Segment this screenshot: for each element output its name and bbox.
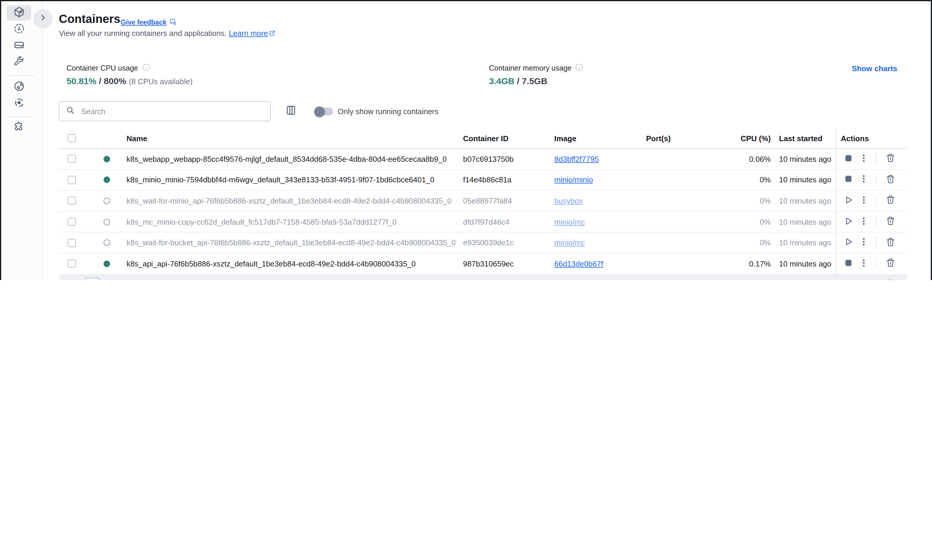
image-link[interactable]: busybox xyxy=(554,197,583,205)
toggle-knob xyxy=(314,106,325,117)
container-name: k8s_minio_minio-7594dbbf4d-m6wgv_default… xyxy=(126,175,435,185)
delete-button[interactable] xyxy=(883,151,898,167)
learn-more-link[interactable]: Learn more xyxy=(229,29,268,38)
status-stopped-icon xyxy=(103,239,110,246)
search-icon xyxy=(66,106,75,117)
table-row[interactable]: projet_mlops---50.65%2 hours ago xyxy=(59,274,907,280)
column-header-image[interactable]: Image xyxy=(554,134,646,143)
more-actions-button[interactable] xyxy=(856,214,871,229)
sidebar-item-images[interactable] xyxy=(6,22,31,37)
actions-divider xyxy=(876,258,877,270)
column-header-container-id[interactable]: Container ID xyxy=(463,134,554,143)
sidebar-item-builds[interactable] xyxy=(6,55,31,70)
trash-icon xyxy=(885,153,895,165)
cpu-usage-label: Container CPU usage xyxy=(66,63,150,74)
container-name: k8s_wait-for-minio_api-76f6b5b886-xsztz_… xyxy=(126,197,451,205)
more-actions-button[interactable] xyxy=(856,235,871,250)
container-name: k8s_mc_minio-copy-cc62d_default_fc517db7… xyxy=(126,217,397,226)
more-actions-button[interactable] xyxy=(856,277,871,280)
stop-icon xyxy=(844,279,853,280)
delete-button[interactable] xyxy=(883,277,898,280)
feedback-bubble-icon xyxy=(169,18,177,26)
more-actions-button[interactable] xyxy=(856,172,871,188)
sidebar-item-containers[interactable] xyxy=(6,5,31,21)
image-link[interactable]: 8d3bff2f7795 xyxy=(554,155,599,163)
stop-button[interactable] xyxy=(841,151,856,167)
kebab-icon xyxy=(859,195,869,206)
sidebar-item-extensions[interactable] xyxy=(6,121,31,136)
sidebar-item-docker-hub[interactable] xyxy=(6,79,31,95)
delete-button[interactable] xyxy=(883,256,898,271)
image-link[interactable]: 66d13de0b67f xyxy=(554,259,603,268)
info-icon[interactable] xyxy=(141,63,150,74)
delete-button[interactable] xyxy=(883,193,898,209)
search-input[interactable] xyxy=(80,106,264,116)
kebab-icon xyxy=(859,237,869,248)
last-started: 10 minutes ago xyxy=(771,175,835,185)
table-row[interactable]: k8s_webapp_webapp-85cc4f9576-mjlgf_defau… xyxy=(59,149,907,170)
actions-divider xyxy=(876,174,877,186)
select-all-checkbox[interactable] xyxy=(68,134,76,142)
last-started: 10 minutes ago xyxy=(771,217,835,226)
stop-button[interactable] xyxy=(841,256,856,271)
table-row[interactable]: k8s_mc_minio-copy-cc62d_default_fc517db7… xyxy=(59,212,907,233)
expand-sidebar-button[interactable] xyxy=(34,9,52,28)
start-button[interactable] xyxy=(841,214,856,229)
delete-button[interactable] xyxy=(883,172,898,188)
external-link-icon xyxy=(269,29,276,38)
row-checkbox[interactable] xyxy=(68,238,76,247)
kebab-icon xyxy=(859,174,869,186)
container-name: k8s_api_api-76f6b5b886-xsztz_default_1be… xyxy=(126,259,416,268)
show-charts-link[interactable]: Show charts xyxy=(852,64,897,73)
columns-settings-button[interactable] xyxy=(284,105,297,118)
column-header-name[interactable]: Name xyxy=(118,134,463,143)
more-actions-button[interactable] xyxy=(856,193,871,209)
memory-usage-value: 3.4GB / 7.5GB xyxy=(489,76,547,86)
column-header-actions: Actions xyxy=(835,128,907,148)
more-actions-button[interactable] xyxy=(856,151,871,167)
table-row[interactable]: k8s_api_api-76f6b5b886-xsztz_default_1be… xyxy=(59,254,907,274)
image-link[interactable]: minio/mc xyxy=(554,238,585,247)
start-button[interactable] xyxy=(841,235,856,250)
docker-scout-icon xyxy=(13,96,25,111)
stop-button[interactable] xyxy=(841,172,856,188)
row-checkbox[interactable] xyxy=(68,155,76,163)
image-link[interactable]: minio/mc xyxy=(554,217,585,226)
sidebar-item-volumes[interactable] xyxy=(6,38,31,54)
row-checkbox[interactable] xyxy=(68,260,76,268)
start-button[interactable] xyxy=(841,193,856,209)
column-header-ports[interactable]: Port(s) xyxy=(646,134,740,143)
more-actions-button[interactable] xyxy=(856,256,871,271)
container-id: 987b310659ec xyxy=(463,259,554,268)
delete-button[interactable] xyxy=(883,214,898,229)
row-checkbox[interactable] xyxy=(68,218,76,226)
volumes-icon xyxy=(13,38,25,53)
table-row[interactable]: k8s_wait-for-minio_api-76f6b5b886-xsztz_… xyxy=(59,191,907,211)
info-icon[interactable] xyxy=(575,63,584,74)
sidebar-item-docker-scout[interactable] xyxy=(6,96,31,111)
table-row[interactable]: k8s_wait-for-bucket_api-76f6b5b886-xsztz… xyxy=(59,233,907,254)
stop-button[interactable] xyxy=(841,277,856,280)
extensions-icon xyxy=(13,121,25,135)
trash-icon xyxy=(885,195,895,207)
status-stopped-icon xyxy=(103,218,110,225)
running-only-toggle[interactable] xyxy=(315,108,333,115)
kebab-icon xyxy=(859,154,869,165)
row-checkbox[interactable] xyxy=(68,176,76,184)
actions-divider xyxy=(876,216,877,228)
table-row[interactable]: k8s_minio_minio-7594dbbf4d-m6wgv_default… xyxy=(59,170,907,191)
page-subtitle: View all your running containers and app… xyxy=(59,29,276,38)
delete-button[interactable] xyxy=(883,235,898,250)
give-feedback-link[interactable]: Give feedback xyxy=(121,18,177,26)
column-header-last-started[interactable]: Last started xyxy=(771,134,835,143)
docker-desktop-window: Containers Give feedback View all your r… xyxy=(0,0,932,280)
row-checkbox[interactable] xyxy=(68,197,76,205)
containers-icon xyxy=(13,6,25,20)
search-box[interactable] xyxy=(59,101,271,121)
columns-icon xyxy=(285,105,296,118)
collapse-group-button[interactable] xyxy=(85,278,100,280)
trash-icon xyxy=(885,216,895,228)
column-header-cpu[interactable]: CPU (%) xyxy=(740,134,771,143)
last-started: 10 minutes ago xyxy=(771,155,835,163)
image-link[interactable]: minio/minio xyxy=(554,175,593,185)
